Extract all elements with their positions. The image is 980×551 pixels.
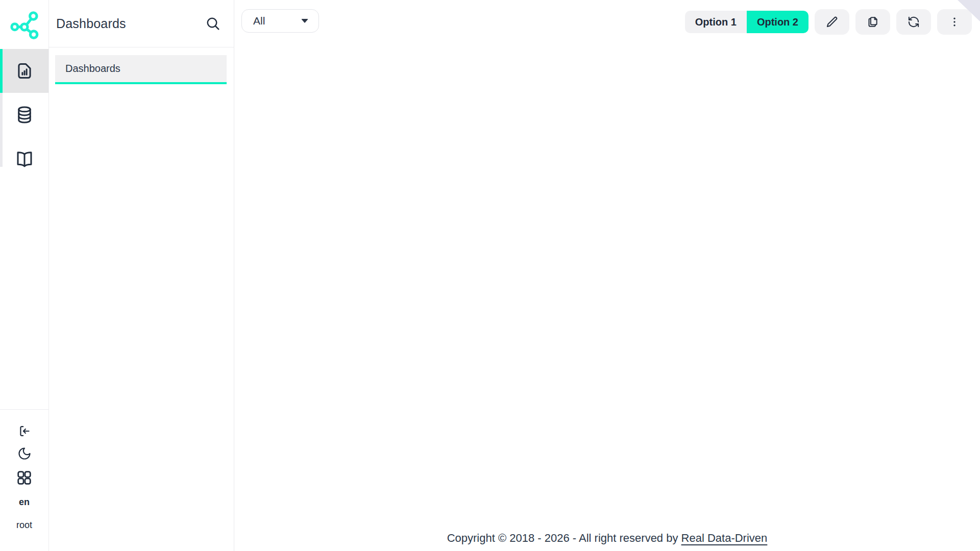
refresh-button[interactable] xyxy=(896,9,931,35)
edit-button[interactable] xyxy=(815,9,849,35)
filter-select-value: All xyxy=(253,15,265,27)
grid-icon xyxy=(15,469,33,487)
panel-header: Dashboards xyxy=(49,0,234,47)
file-chart-icon xyxy=(15,61,34,81)
panel-title: Dashboards xyxy=(56,16,126,31)
option-1-button[interactable]: Option 1 xyxy=(685,11,747,33)
main-content: All Option 1 Option 2 xyxy=(234,0,980,551)
rail-scrollbar-thumb[interactable] xyxy=(0,93,3,167)
collapse-sidebar-button[interactable] xyxy=(17,424,32,438)
rail-bottom-section: en root xyxy=(0,409,48,551)
list-item-dashboards[interactable]: Dashboards xyxy=(55,55,227,84)
toolbar-actions: Option 1 Option 2 xyxy=(685,9,972,35)
copy-button[interactable] xyxy=(855,9,890,35)
copyright-text: Copyright © 2018 - 2026 - All right rese… xyxy=(447,532,678,544)
rail-item-databases[interactable] xyxy=(0,93,48,137)
option-toggle-group: Option 1 Option 2 xyxy=(685,11,808,33)
toolbar: All Option 1 Option 2 xyxy=(234,0,980,35)
collapse-sidebar-icon xyxy=(17,424,32,438)
filter-select[interactable]: All xyxy=(241,9,319,33)
book-open-icon xyxy=(15,149,34,168)
theme-toggle-button[interactable] xyxy=(17,446,32,461)
user-menu[interactable]: root xyxy=(16,520,32,531)
apps-menu-button[interactable] xyxy=(15,469,33,487)
copy-icon xyxy=(866,15,879,29)
network-graph-icon xyxy=(9,9,40,40)
panel-list: Dashboards xyxy=(49,47,234,84)
footer: Copyright © 2018 - 2026 - All right rese… xyxy=(234,532,980,545)
search-button[interactable] xyxy=(205,16,220,31)
moon-icon xyxy=(17,446,32,461)
app-logo[interactable] xyxy=(0,0,48,49)
rail-item-dashboards[interactable] xyxy=(0,49,48,93)
corner-fold-decoration xyxy=(958,0,980,21)
pencil-icon xyxy=(825,15,839,29)
database-icon xyxy=(15,105,34,124)
company-link[interactable]: Real Data-Driven xyxy=(681,532,768,544)
option-2-button[interactable]: Option 2 xyxy=(747,11,808,33)
icon-rail: en root xyxy=(0,0,49,551)
dashboards-panel: Dashboards Dashboards xyxy=(49,0,234,551)
refresh-icon xyxy=(907,15,920,29)
language-selector[interactable]: en xyxy=(19,497,30,508)
rail-item-docs[interactable] xyxy=(0,137,48,181)
search-icon xyxy=(205,16,220,31)
chevron-down-icon xyxy=(301,19,308,23)
